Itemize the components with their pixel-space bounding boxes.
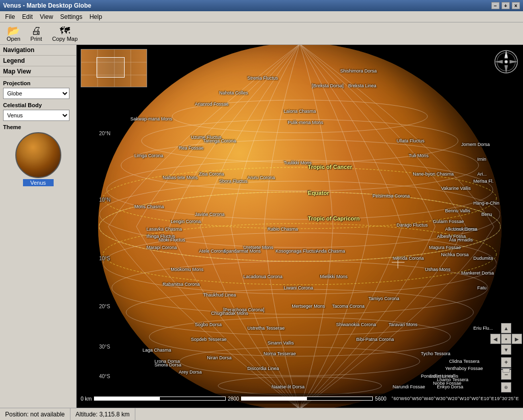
sidebar-navigation[interactable]: Navigation xyxy=(0,45,76,56)
svg-marker-11 xyxy=(495,60,503,63)
open-button[interactable]: 📂 Open xyxy=(3,24,24,43)
projection-area: Projection Globe Mercator Equirectangula… xyxy=(0,77,76,190)
lat-label-20s: 20°S xyxy=(99,304,110,309)
main-area: Navigation Legend Map View Projection Gl… xyxy=(0,45,523,408)
feature-label-60: Ponardun Linea xyxy=(421,374,454,379)
feature-label-82: Eriu Flu... xyxy=(473,326,493,331)
scale-bar: 0 km 2800 5600 °60'W60°W50°W40°W30°W20°W… xyxy=(77,393,523,404)
toolbar: 📂 Open 🖨 Print 🗺 Copy Map xyxy=(0,22,523,45)
feature-label-61: Niobe Fossae xyxy=(433,381,462,386)
title: Venus - Marble Desktop Globe xyxy=(3,2,91,9)
celestial-body-label: Celestial Body xyxy=(3,102,73,108)
zoom-thumb[interactable] xyxy=(503,368,510,373)
coord-bar: °60'W60°W50°W40°W30°W20°W10°W0°E10°E19°3… xyxy=(392,396,519,401)
compass-svg: N xyxy=(493,49,519,75)
svg-point-19 xyxy=(103,233,496,294)
celestial-body-select[interactable]: Venus Earth Mars Moon xyxy=(3,110,69,121)
position-label: Position: not available xyxy=(5,411,65,418)
minimize-button[interactable]: − xyxy=(491,2,500,9)
feature-label-57: Callistos Vallis xyxy=(429,374,458,379)
svg-text:N: N xyxy=(505,54,507,58)
close-button[interactable]: × xyxy=(512,2,520,9)
svg-point-24 xyxy=(172,100,427,133)
sidebar-legend[interactable]: Legend xyxy=(0,56,76,66)
titlebar-buttons: − + × xyxy=(491,2,520,9)
svg-point-23 xyxy=(141,119,458,162)
scale-right: 5600 xyxy=(375,396,386,402)
feature-label-58: Clidna Tessera xyxy=(449,359,479,364)
svg-point-22 xyxy=(149,317,450,356)
map-area[interactable]: N xyxy=(77,45,523,408)
svg-point-17 xyxy=(100,181,500,248)
print-label: Print xyxy=(31,36,42,42)
sidebar-map-view[interactable]: Map View xyxy=(0,66,76,77)
titlebar: Venus - Marble Desktop Globe − + × xyxy=(0,0,523,11)
menubar: File Edit View Settings Help xyxy=(0,11,523,22)
menu-view[interactable]: View xyxy=(37,12,56,21)
copy-map-button[interactable]: 🗺 Copy Map xyxy=(49,24,81,43)
nav-up-button[interactable]: ▲ xyxy=(501,323,511,333)
copy-map-label: Copy Map xyxy=(52,36,78,42)
nav-left-button[interactable]: ◀ xyxy=(490,334,501,344)
nav-controls: ▲ ◀ ● ▶ ▼ + − ⊕ xyxy=(493,323,519,392)
globe-container: 30°N 20°N 10°N 10°S 20°S 30°S 40°S Tropi… xyxy=(77,45,523,408)
svg-marker-9 xyxy=(505,65,508,72)
lat-label-30s: 30°S xyxy=(99,344,110,350)
projection-label: Projection xyxy=(3,80,73,86)
feature-label-64: Lhamo Tessera xyxy=(437,377,468,382)
svg-point-21 xyxy=(126,289,473,335)
nav-row-up: ▲ xyxy=(501,323,511,333)
svg-point-26 xyxy=(218,377,382,395)
statusbar: Position: not available Altitude: 3,115.… xyxy=(0,408,523,420)
position-status: Position: not available xyxy=(0,408,70,420)
scale-left: 0 km xyxy=(81,396,92,402)
theme-name: Venus xyxy=(23,179,54,186)
svg-point-28 xyxy=(99,192,501,261)
svg-point-25 xyxy=(180,347,420,376)
sidebar: Navigation Legend Map View Projection Gl… xyxy=(0,45,77,408)
svg-point-15 xyxy=(121,140,479,191)
mini-map xyxy=(81,49,147,87)
venus-globe[interactable] xyxy=(98,45,502,408)
open-icon: 📂 xyxy=(7,26,20,36)
nav-down-button[interactable]: ▼ xyxy=(501,344,511,355)
feature-label-65: Enkyo Dorsa xyxy=(437,384,464,389)
nav-row-mid: ◀ ● ▶ xyxy=(490,334,522,344)
svg-point-20 xyxy=(112,261,488,314)
copy-map-icon: 🗺 xyxy=(60,26,70,36)
nav-center-button[interactable]: ● xyxy=(501,334,511,344)
menu-edit[interactable]: Edit xyxy=(19,12,36,21)
feature-label-59: Yenthaboy Fossae xyxy=(445,366,483,371)
theme-preview-globe xyxy=(15,132,61,178)
open-label: Open xyxy=(7,36,20,42)
lat-label-40s: 40°S xyxy=(99,374,110,379)
mini-map-inner xyxy=(81,50,147,87)
mini-map-grid xyxy=(81,50,147,87)
scale-middle: 2800 xyxy=(228,396,239,402)
zoom-in-button[interactable]: + xyxy=(501,357,511,367)
globe-grid-svg xyxy=(98,45,502,408)
scale-line xyxy=(94,397,226,401)
globe-wrapper: 30°N 20°N 10°N 10°S 20°S 30°S 40°S Tropi… xyxy=(98,45,502,408)
menu-help[interactable]: Help xyxy=(86,12,105,21)
theme-label: Theme xyxy=(3,124,73,130)
nav-row-down: ▼ xyxy=(501,344,511,355)
compass: N xyxy=(493,49,519,75)
nav-extra: ⊕ xyxy=(501,382,511,392)
zoom-to-fit-button[interactable]: ⊕ xyxy=(501,382,511,392)
svg-point-14 xyxy=(99,45,501,408)
projection-select[interactable]: Globe Mercator Equirectangular Azimuthal xyxy=(3,88,69,99)
maximize-button[interactable]: + xyxy=(502,2,510,9)
svg-marker-10 xyxy=(510,60,517,63)
print-button[interactable]: 🖨 Print xyxy=(26,24,46,43)
altitude-label: Altitude: 3,115.8 km xyxy=(76,411,130,418)
zoom-track[interactable] xyxy=(501,368,511,369)
altitude-status: Altitude: 3,115.8 km xyxy=(70,408,135,420)
nav-right-button[interactable]: ▶ xyxy=(512,334,522,344)
menu-file[interactable]: File xyxy=(2,12,18,21)
svg-point-12 xyxy=(505,60,508,63)
print-icon: 🖨 xyxy=(31,26,41,36)
menu-settings[interactable]: Settings xyxy=(57,12,85,21)
svg-point-18 xyxy=(99,192,501,261)
scale-line-2 xyxy=(241,397,373,401)
